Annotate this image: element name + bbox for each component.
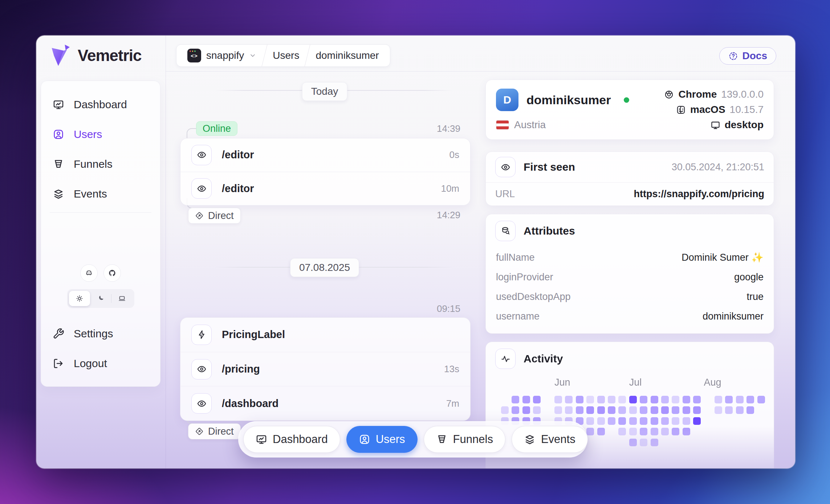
heatmap-cell[interactable] (640, 406, 647, 414)
attribute-key: usedDesktopApp (496, 291, 571, 302)
sidebar-item-settings[interactable]: Settings (48, 319, 154, 349)
heatmap-cell[interactable] (618, 428, 626, 435)
sidebar-item-dashboard[interactable]: Dashboard (48, 90, 154, 119)
heatmap-cell[interactable] (736, 396, 744, 403)
bottomnav-users-button[interactable]: Users (346, 426, 418, 453)
heatmap-cell[interactable] (715, 406, 722, 414)
heatmap-cell[interactable] (576, 396, 583, 403)
heatmap-cell[interactable] (736, 406, 744, 414)
heatmap-cell[interactable] (533, 406, 541, 414)
online-badge: Online (196, 121, 237, 136)
heatmap-cell[interactable] (746, 396, 754, 403)
docs-button[interactable]: Docs (719, 47, 776, 65)
heatmap-cell[interactable] (651, 406, 658, 414)
funnel-icon (436, 434, 448, 445)
heatmap-cell[interactable] (683, 396, 690, 403)
heatmap-cell[interactable] (565, 396, 573, 403)
sidebar-item-events[interactable]: Events (48, 179, 154, 209)
heatmap-cell[interactable] (554, 396, 562, 403)
heatmap-cell[interactable] (608, 396, 615, 403)
heatmap-cell[interactable] (608, 417, 615, 425)
sidebar-item-label: Funnels (74, 158, 113, 170)
pageview-row[interactable]: /pricing 13s (180, 352, 470, 386)
heatmap-cell[interactable] (597, 428, 605, 435)
heatmap-cell[interactable] (672, 428, 679, 435)
heatmap-cell[interactable] (693, 406, 701, 414)
heatmap-cell[interactable] (586, 396, 594, 403)
sun-icon (76, 294, 84, 302)
heatmap-cell[interactable] (672, 406, 679, 414)
heatmap-cell[interactable] (618, 417, 626, 425)
heatmap-cell[interactable] (640, 417, 647, 425)
heatmap-cell[interactable] (501, 406, 509, 414)
theme-dark-button[interactable] (90, 291, 111, 306)
heatmap-cell[interactable] (725, 406, 733, 414)
heatmap-cell[interactable] (661, 396, 669, 403)
heatmap-cell[interactable] (683, 428, 690, 435)
heatmap-cell[interactable] (512, 406, 519, 414)
heatmap-cell[interactable] (586, 417, 594, 425)
referrer-label: Direct (208, 426, 234, 437)
theme-light-button[interactable] (69, 291, 90, 306)
sidebar-item-users[interactable]: Users (48, 119, 154, 149)
heatmap-cell[interactable] (629, 406, 637, 414)
heatmap-cell[interactable] (629, 396, 637, 403)
heatmap-cell[interactable] (608, 406, 615, 414)
pageview-row[interactable]: /editor 0s (180, 138, 470, 172)
heatmap-cell[interactable] (629, 439, 637, 446)
heatmap-cell[interactable] (693, 396, 701, 403)
heatmap-cell[interactable] (746, 406, 754, 414)
heatmap-cell[interactable] (651, 428, 658, 435)
heatmap-cell[interactable] (640, 428, 647, 435)
pageview-row[interactable]: /dashboard 7m (180, 386, 470, 420)
heatmap-cell[interactable] (651, 417, 658, 425)
heatmap-cell[interactable] (565, 406, 573, 414)
heatmap-cell[interactable] (586, 428, 594, 435)
heatmap-cell[interactable] (533, 396, 541, 403)
heatmap-cell[interactable] (640, 439, 647, 446)
heatmap-cell[interactable] (672, 417, 679, 425)
breadcrumb-section[interactable]: Users (265, 45, 307, 66)
heatmap-cell[interactable] (618, 396, 626, 403)
heatmap-cell[interactable] (661, 406, 669, 414)
heatmap-cell[interactable] (522, 396, 530, 403)
heatmap-cell[interactable] (512, 396, 519, 403)
discord-button[interactable] (80, 264, 98, 282)
heatmap-cell[interactable] (683, 406, 690, 414)
heatmap-cell[interactable] (693, 417, 701, 425)
breadcrumb-project-selector[interactable]: <> snappify (179, 45, 264, 66)
bottomnav-dashboard-button[interactable]: Dashboard (243, 426, 340, 453)
heatmap-cell[interactable] (661, 428, 669, 435)
heatmap-cell[interactable] (661, 417, 669, 425)
heatmap-cell[interactable] (683, 417, 690, 425)
heatmap-cell[interactable] (629, 417, 637, 425)
heatmap-cell[interactable] (715, 396, 722, 403)
sidebar-item-logout[interactable]: Logout (48, 349, 154, 378)
heatmap-cell[interactable] (522, 406, 530, 414)
theme-system-button[interactable] (111, 291, 133, 306)
heatmap-cell[interactable] (629, 428, 637, 435)
event-row[interactable]: PricingLabel (180, 318, 470, 352)
heatmap-cell[interactable] (586, 406, 594, 414)
github-button[interactable] (103, 264, 121, 282)
pageview-row[interactable]: /editor 10m (180, 172, 470, 206)
heatmap-cell[interactable] (672, 396, 679, 403)
heatmap-cell[interactable] (757, 396, 765, 403)
sidebar-item-funnels[interactable]: Funnels (48, 149, 154, 179)
heatmap-cell[interactable] (640, 396, 647, 403)
heatmap-cell[interactable] (576, 406, 583, 414)
bottomnav-label: Users (376, 433, 405, 446)
heatmap-cell[interactable] (651, 439, 658, 446)
eye-icon (191, 359, 212, 379)
heatmap-cell[interactable] (554, 406, 562, 414)
heatmap-cell[interactable] (725, 396, 733, 403)
pageview-duration: 10m (441, 183, 459, 194)
bottomnav-events-button[interactable]: Events (512, 426, 588, 453)
heatmap-cell[interactable] (651, 396, 658, 403)
bottomnav-funnels-button[interactable]: Funnels (424, 426, 505, 453)
heatmap-cell[interactable] (597, 417, 605, 425)
heatmap-cell[interactable] (597, 406, 605, 414)
heatmap-cell[interactable] (618, 406, 626, 414)
desktop-icon (711, 120, 720, 130)
heatmap-cell[interactable] (597, 396, 605, 403)
